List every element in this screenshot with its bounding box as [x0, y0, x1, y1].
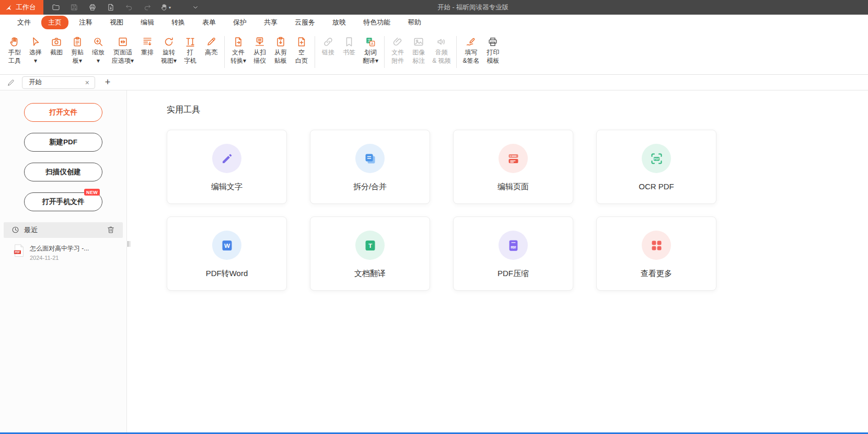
open-file-button[interactable]: 打开文件	[24, 103, 102, 122]
highlight-pencil-icon	[205, 35, 217, 49]
card-edit-text[interactable]: 编辑文字	[167, 130, 287, 204]
menu-item-view[interactable]: 视图	[103, 16, 130, 29]
ribbon-button-attachment[interactable]: 文件 附件	[387, 34, 408, 72]
ribbon-label: 空	[298, 49, 305, 57]
export-icon[interactable]	[106, 2, 116, 13]
pdf-file-icon: PDF	[14, 244, 25, 258]
menubar: 文件 主页 注释 视图 编辑 转换 表单 保护 共享 云服务 放映 特色功能 帮…	[0, 15, 868, 30]
ribbon-button-from-scanner[interactable]: 从扫 描仪	[249, 34, 270, 72]
menu-item-file[interactable]: 文件	[10, 16, 38, 29]
edit-text-icon	[212, 144, 241, 173]
tab-start[interactable]: 开始 ×	[22, 76, 95, 89]
menu-item-cloud[interactable]: 云服务	[288, 16, 322, 29]
card-edit-pages[interactable]: 编辑页面	[453, 130, 573, 204]
doc-translate-icon: T	[355, 231, 385, 260]
workspace-button-label: 工作台	[16, 3, 36, 12]
menu-item-features[interactable]: 特色功能	[356, 16, 397, 29]
recent-file-item[interactable]: PDF 怎么面对高中学习 -... 2024-11-21	[0, 238, 126, 261]
ribbon-separator	[456, 36, 457, 68]
ribbon-label: 重排	[141, 49, 154, 57]
ribbon-button-page-fit[interactable]: 页面适 应选项▾	[109, 34, 137, 72]
ribbon-button-blank-page[interactable]: 空 白页	[291, 34, 312, 72]
ribbon-separator	[315, 36, 315, 68]
workspace-button[interactable]: 工作台	[0, 0, 43, 15]
file-convert-icon	[233, 35, 244, 49]
card-doc-translate[interactable]: T 文档翻译	[310, 216, 430, 291]
card-split-merge[interactable]: 拆分/合并	[310, 130, 430, 204]
hand-icon	[9, 35, 20, 49]
typewriter-icon	[184, 35, 196, 49]
main-panel: 实用工具 编辑文字 拆分/合并	[127, 90, 868, 434]
ribbon-label: 打	[187, 49, 193, 57]
recent-section-header: 最近	[4, 222, 123, 238]
foxit-logo-icon	[5, 4, 13, 12]
open-mobile-file-button[interactable]: 打开手机文件 NEW	[24, 192, 102, 211]
ribbon-button-bookmark[interactable]: 书签	[339, 34, 360, 72]
new-tab-button[interactable]: +	[102, 77, 113, 88]
bookmark-icon	[343, 35, 355, 49]
ribbon-button-link[interactable]: 链接	[318, 34, 339, 72]
audio-video-icon	[436, 35, 447, 49]
clock-icon	[11, 226, 20, 234]
ribbon-label: 高亮	[205, 49, 217, 57]
fill-sign-icon	[465, 35, 477, 49]
ribbon-group-sign-print: 填写 &签名 打印 模板	[459, 34, 503, 72]
open-folder-icon[interactable]	[51, 2, 61, 13]
undo-icon[interactable]	[124, 2, 134, 13]
menu-item-comment[interactable]: 注释	[72, 16, 99, 29]
ribbon-button-reflow[interactable]: 重排	[137, 34, 158, 72]
ribbon-label: 剪贴	[71, 49, 84, 57]
menu-item-edit[interactable]: 编辑	[134, 16, 161, 29]
edit-pencil-icon[interactable]	[5, 77, 17, 88]
ribbon-button-translate[interactable]: 文A 划词 翻译▾	[360, 34, 381, 72]
card-label: 编辑页面	[497, 182, 529, 192]
menu-item-help[interactable]: 帮助	[401, 16, 428, 29]
menu-item-share[interactable]: 共享	[257, 16, 284, 29]
menu-item-home[interactable]: 主页	[41, 16, 68, 29]
recent-header-label: 最近	[24, 225, 107, 235]
card-pdf-compress[interactable]: PDF PDF压缩	[453, 216, 573, 291]
ribbon-button-fill-sign[interactable]: 填写 &签名	[459, 34, 482, 72]
close-icon[interactable]: ×	[84, 79, 91, 86]
ribbon-button-typewriter[interactable]: 打 字机	[180, 34, 201, 72]
menu-item-protect[interactable]: 保护	[226, 16, 253, 29]
rotate-view-icon	[163, 35, 175, 49]
sidebar-resize-handle[interactable]	[127, 240, 131, 247]
ribbon-group-media: 文件 附件 图像 标注 音频 & 视频	[387, 34, 454, 72]
ribbon-button-hand-tool[interactable]: 手型 工具	[4, 34, 25, 72]
redo-icon[interactable]	[142, 2, 153, 13]
menu-item-present[interactable]: 放映	[326, 16, 353, 29]
ribbon-button-image-annotation[interactable]: 图像 标注	[408, 34, 429, 72]
svg-text:T: T	[368, 242, 372, 249]
ribbon-button-select[interactable]: 选择 ▾	[25, 34, 46, 72]
ribbon-button-rotate-view[interactable]: 旋转 视图▾	[158, 34, 180, 72]
ribbon-button-snapshot[interactable]: 截图	[46, 34, 67, 72]
ribbon-group-tools: 手型 工具 选择 ▾ 截图 剪贴 板▾ 缩放 ▾	[4, 34, 222, 72]
chevron-down-icon: ▾	[169, 5, 171, 10]
ribbon-button-highlight[interactable]: 高亮	[201, 34, 222, 72]
card-view-more[interactable]: 查看更多	[596, 216, 716, 291]
print-icon[interactable]	[87, 2, 98, 13]
collapse-toolbar-icon[interactable]	[190, 2, 201, 13]
ribbon-label: ▾	[34, 57, 37, 65]
ribbon-button-file-convert[interactable]: 文件 转换▾	[227, 34, 249, 72]
card-pdf-to-word[interactable]: W PDF转Word	[167, 216, 287, 291]
from-clipboard-icon	[275, 35, 286, 49]
menu-item-form[interactable]: 表单	[195, 16, 223, 29]
clipboard-icon	[72, 35, 83, 49]
card-ocr-pdf[interactable]: PDF OCR PDF	[596, 130, 716, 204]
scanner-create-button[interactable]: 扫描仪创建	[24, 163, 102, 181]
ribbon-button-zoom[interactable]: 缩放 ▾	[88, 34, 109, 72]
new-pdf-button[interactable]: 新建PDF	[24, 133, 102, 152]
ribbon-button-audio-video[interactable]: 音频 & 视频	[429, 34, 454, 72]
card-label: PDF转Word	[206, 269, 248, 279]
menu-item-convert[interactable]: 转换	[165, 16, 192, 29]
ribbon-button-print-template[interactable]: 打印 模板	[482, 34, 503, 72]
ribbon-button-from-clipboard[interactable]: 从剪 贴板	[270, 34, 291, 72]
trash-icon[interactable]	[107, 225, 116, 235]
ribbon-label: 视图▾	[161, 57, 177, 65]
ribbon-label: 填写	[465, 49, 477, 57]
ribbon-button-clipboard[interactable]: 剪贴 板▾	[67, 34, 88, 72]
save-icon[interactable]	[69, 2, 79, 13]
hand-tool-icon[interactable]: ▾	[160, 2, 171, 13]
